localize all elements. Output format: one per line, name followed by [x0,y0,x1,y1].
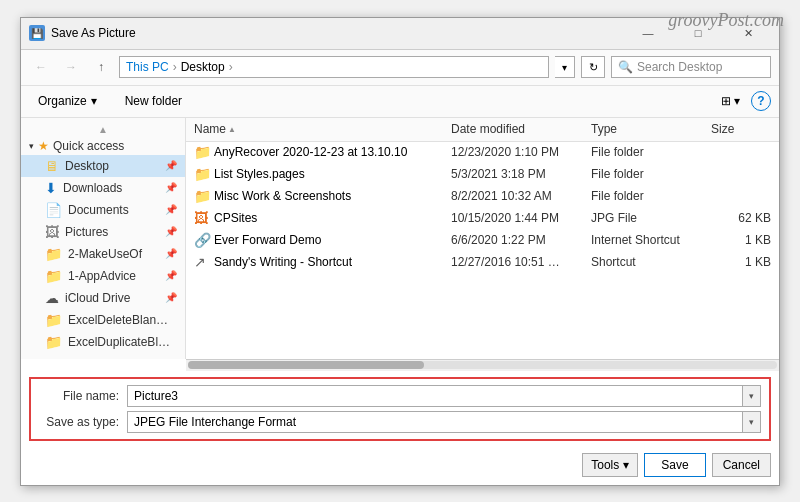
row-name-4: Ever Forward Demo [214,233,451,247]
sidebar-item-pictures-label: Pictures [65,225,108,239]
sidebar-item-makeuseOf[interactable]: 📁 2-MakeUseOf 📌 [21,243,185,265]
search-icon: 🔍 [618,60,633,74]
sidebar-item-desktop[interactable]: 🖥 Desktop 📌 [21,155,185,177]
dialog-title: Save As Picture [51,26,136,40]
sidebar-item-pin-icon: 📌 [165,160,177,171]
tools-button[interactable]: Tools ▾ [582,453,638,477]
downloads-icon: ⬇ [45,180,57,196]
filename-row: File name: ▾ [39,385,761,407]
row-icon-0: 📁 [194,144,214,160]
refresh-button[interactable]: ↻ [581,56,605,78]
search-placeholder: Search Desktop [637,60,722,74]
breadcrumb-sep1: › [173,60,177,74]
search-box[interactable]: 🔍 Search Desktop [611,56,771,78]
row-date-0: 12/23/2020 1:10 PM [451,145,591,159]
makeuseOf-icon: 📁 [45,246,62,262]
col-header-size[interactable]: Size [711,122,771,136]
sidebar-scroll-top: ▲ [21,122,185,137]
file-area: Name ▲ Date modified Type Size [186,118,779,359]
filename-input-container[interactable]: ▾ [127,385,761,407]
sidebar-item-appadvice-pin-icon: 📌 [165,270,177,281]
row-date-4: 6/6/2020 1:22 PM [451,233,591,247]
sidebar-item-downloads-label: Downloads [63,181,122,195]
sidebar-item-appadvice[interactable]: 📁 1-AppAdvice 📌 [21,265,185,287]
col-type-label: Type [591,122,617,136]
hscroll-bar[interactable] [186,359,779,371]
back-button[interactable]: ← [29,56,53,78]
sidebar-item-exceldelete-label: ExcelDeleteBlan… [68,313,168,327]
sidebar-item-icloud[interactable]: ☁ iCloud Drive 📌 [21,287,185,309]
tools-label: Tools [591,458,619,472]
col-header-date[interactable]: Date modified [451,122,591,136]
forward-button[interactable]: → [59,56,83,78]
row-name-2: Misc Work & Screenshots [214,189,451,203]
table-row[interactable]: 🔗 Ever Forward Demo 6/6/2020 1:22 PM Int… [186,230,779,252]
table-row[interactable]: 🖼 CPSites 10/15/2020 1:44 PM JPG File 62… [186,208,779,230]
row-type-1: File folder [591,167,711,181]
sidebar-item-excelduplicate[interactable]: 📁 ExcelDuplicateBl… [21,331,185,353]
dialog-icon: 💾 [29,25,45,41]
breadcrumb-sep2: › [229,60,233,74]
breadcrumb-dropdown[interactable]: ▾ [555,56,575,78]
row-size-4: 1 KB [711,233,771,247]
col-date-label: Date modified [451,122,525,136]
sidebar-item-exceldelete[interactable]: 📁 ExcelDeleteBlan… [21,309,185,331]
table-row[interactable]: 📁 Misc Work & Screenshots 8/2/2021 10:32… [186,186,779,208]
minimize-button[interactable]: — [625,23,671,43]
breadcrumb-desktop: Desktop [181,60,225,74]
bottom-buttons: Tools ▾ Save Cancel [21,447,779,485]
table-row[interactable]: ↗ Sandy's Writing - Shortcut 12/27/2016 … [186,252,779,274]
cancel-button[interactable]: Cancel [712,453,771,477]
row-type-4: Internet Shortcut [591,233,711,247]
tools-dropdown-icon: ▾ [623,458,629,472]
savetype-dropdown-btn[interactable]: ▾ [742,412,760,432]
organize-label: Organize [38,94,87,108]
row-icon-4: 🔗 [194,232,214,248]
savetype-input-container[interactable]: ▾ [127,411,761,433]
sidebar-item-downloads[interactable]: ⬇ Downloads 📌 [21,177,185,199]
save-button[interactable]: Save [644,453,705,477]
sidebar-item-icloud-pin-icon: 📌 [165,292,177,303]
sidebar-item-appadvice-label: 1-AppAdvice [68,269,136,283]
row-type-0: File folder [591,145,711,159]
title-bar-left: 💾 Save As Picture [29,25,136,41]
sidebar-item-pictures[interactable]: 🖼 Pictures 📌 [21,221,185,243]
new-folder-button[interactable]: New folder [116,90,191,112]
sidebar-section-quickaccess: ▾ ★ Quick access 🖥 Desktop 📌 ⬇ Downloads… [21,137,185,353]
sidebar-item-documents[interactable]: 📄 Documents 📌 [21,199,185,221]
row-name-3: CPSites [214,211,451,225]
sidebar: ▲ ▾ ★ Quick access 🖥 Desktop 📌 ⬇ [21,118,186,359]
quick-access-expand-icon: ▾ [29,141,34,151]
filename-input[interactable] [128,386,742,406]
row-type-2: File folder [591,189,711,203]
table-row[interactable]: 📁 List Styles.pages 5/3/2021 3:18 PM Fil… [186,164,779,186]
hscroll-track [188,361,777,369]
watermark-text: groovyPost.com [668,10,784,31]
help-button[interactable]: ? [751,91,771,111]
quick-access-header[interactable]: ▾ ★ Quick access [21,137,185,155]
col-header-type[interactable]: Type [591,122,711,136]
sidebar-item-downloads-pin-icon: 📌 [165,182,177,193]
col-header-name[interactable]: Name ▲ [194,122,451,136]
savetype-input[interactable] [128,412,742,432]
up-button[interactable]: ↑ [89,56,113,78]
sidebar-item-icloud-label: iCloud Drive [65,291,130,305]
sidebar-item-makeuseOf-label: 2-MakeUseOf [68,247,142,261]
toolbar: ← → ↑ This PC › Desktop › ▾ ↻ 🔍 Search D… [21,50,779,86]
filename-dropdown-btn[interactable]: ▾ [742,386,760,406]
documents-icon: 📄 [45,202,62,218]
row-icon-5: ↗ [194,254,214,270]
sidebar-item-documents-label: Documents [68,203,129,217]
row-size-5: 1 KB [711,255,771,269]
sidebar-item-excelduplicate-label: ExcelDuplicateBl… [68,335,170,349]
file-list: 📁 AnyRecover 2020-12-23 at 13.10.10 12/2… [186,142,779,359]
icloud-icon: ☁ [45,290,59,306]
view-button[interactable]: ⊞ ▾ [712,90,749,112]
row-type-5: Shortcut [591,255,711,269]
organize-button[interactable]: Organize ▾ [29,90,106,112]
breadcrumb-bar[interactable]: This PC › Desktop › [119,56,549,78]
table-row[interactable]: 📁 AnyRecover 2020-12-23 at 13.10.10 12/2… [186,142,779,164]
save-form: File name: ▾ Save as type: ▾ [29,377,771,441]
hscroll-thumb [188,361,424,369]
row-date-3: 10/15/2020 1:44 PM [451,211,591,225]
